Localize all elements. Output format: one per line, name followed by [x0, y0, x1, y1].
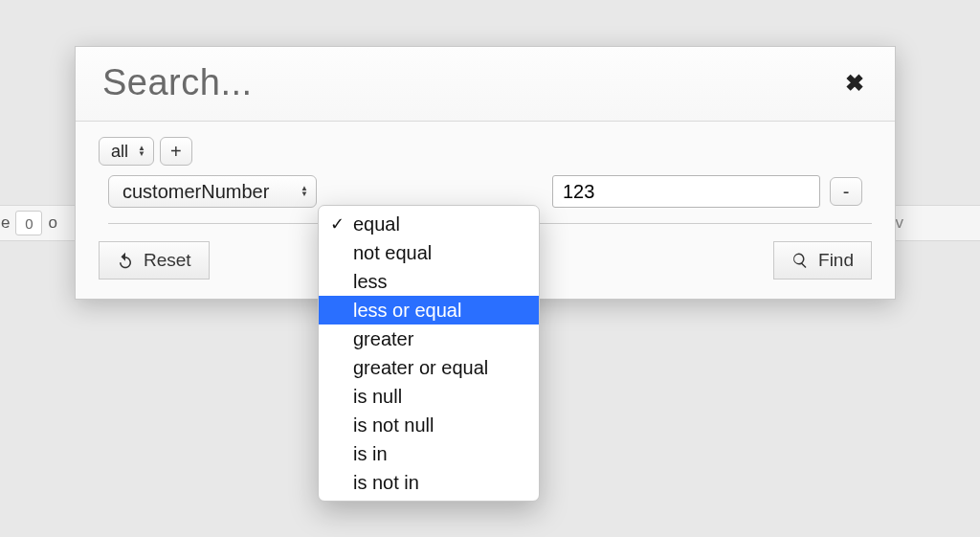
operator-option-label: greater or equal: [353, 357, 488, 379]
operator-select-slot[interactable]: [326, 175, 543, 208]
operator-option[interactable]: greater or equal: [319, 353, 539, 382]
chevron-updown-icon: ▲▼: [301, 186, 308, 197]
operator-option-label: is not in: [353, 472, 419, 494]
operator-option[interactable]: is null: [319, 382, 539, 411]
match-select[interactable]: all ▲▼: [99, 137, 154, 166]
dialog-title: Search...: [102, 62, 253, 103]
field-select-label: customerNumber: [122, 181, 269, 203]
operator-option-label: less or equal: [353, 300, 461, 322]
chevron-updown-icon: ▲▼: [138, 145, 145, 157]
reset-button[interactable]: Reset: [99, 241, 210, 280]
operator-option-label: is null: [353, 386, 402, 408]
operator-option[interactable]: not equal: [319, 238, 539, 267]
operator-option[interactable]: less or equal: [319, 296, 539, 324]
add-rule-button[interactable]: +: [160, 137, 192, 166]
field-select[interactable]: customerNumber ▲▼: [108, 175, 317, 208]
page-label-mid: o: [48, 213, 56, 233]
minus-icon: -: [843, 181, 850, 203]
bg-right-glyph: v: [896, 213, 904, 233]
operator-option[interactable]: greater: [319, 324, 539, 353]
remove-rule-button[interactable]: -: [830, 177, 862, 206]
plus-icon: +: [170, 141, 182, 163]
operator-option-label: not equal: [353, 242, 432, 264]
operator-option[interactable]: is in: [319, 439, 539, 468]
operator-option[interactable]: is not in: [319, 468, 539, 497]
find-button-label: Find: [818, 250, 854, 271]
operator-option[interactable]: is not null: [319, 411, 539, 439]
operator-option-label: is not null: [353, 414, 434, 436]
value-input[interactable]: [552, 175, 820, 208]
match-select-label: all: [111, 142, 128, 162]
match-row: all ▲▼ +: [99, 137, 872, 166]
operator-dropdown: equalnot equallessless or equalgreatergr…: [318, 205, 540, 502]
close-icon[interactable]: ✖: [841, 70, 868, 97]
operator-option-label: greater: [353, 328, 413, 350]
search-icon: [791, 252, 809, 269]
reset-button-label: Reset: [144, 250, 191, 271]
operator-option[interactable]: less: [319, 267, 539, 296]
page-label-left: age: [0, 213, 10, 233]
find-button[interactable]: Find: [773, 241, 872, 280]
page-number-input[interactable]: [15, 211, 42, 235]
operator-option-label: less: [353, 271, 388, 293]
undo-icon: [117, 252, 134, 269]
operator-option[interactable]: equal: [319, 210, 539, 238]
dialog-header: Search... ✖: [76, 47, 895, 122]
operator-option-label: equal: [353, 213, 400, 235]
operator-option-label: is in: [353, 443, 388, 465]
